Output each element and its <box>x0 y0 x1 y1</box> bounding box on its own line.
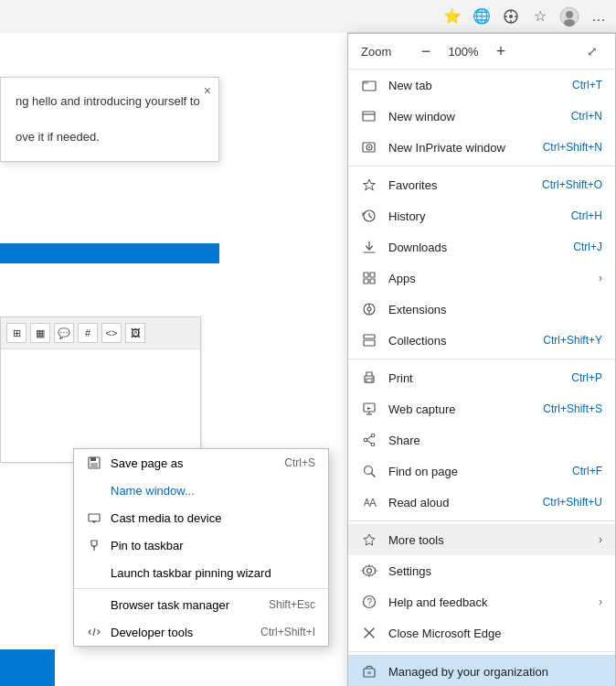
context-pinning-wizard[interactable]: Launch taskbar pinning wizard <box>74 559 328 586</box>
inprivate-icon <box>361 139 377 155</box>
panel-icon-image2[interactable]: 🖼 <box>125 323 145 343</box>
menu-new-window[interactable]: New window Ctrl+N <box>348 101 615 132</box>
favorites-icon[interactable]: ☆ <box>526 3 554 30</box>
panel-icon-grid[interactable]: ▦ <box>30 323 50 343</box>
svg-rect-35 <box>364 335 375 338</box>
menu-downloads[interactable]: Downloads Ctrl+J <box>348 231 615 263</box>
downloads-shortcut: Ctrl+J <box>573 241 602 253</box>
menu-separator-2 <box>348 359 615 359</box>
profile-icon[interactable] <box>556 3 583 30</box>
svg-rect-38 <box>366 379 372 382</box>
menu-favorites[interactable]: Favorites Ctrl+Shift+O <box>348 169 615 200</box>
more-tools-icon <box>361 531 377 548</box>
close-edge-label: Close Microsoft Edge <box>388 627 602 640</box>
svg-rect-10 <box>90 457 96 461</box>
read-aloud-icon: A A <box>361 494 377 510</box>
collections-label: Collections <box>388 334 532 348</box>
menu-find[interactable]: Find on page Ctrl+F <box>348 456 615 487</box>
panel-toolbar: ⊞ ▦ 💬 # <> 🖼 <box>1 317 200 349</box>
svg-point-51 <box>367 569 372 573</box>
share-icon <box>361 432 377 448</box>
menu-share[interactable]: Share <box>348 424 615 456</box>
menu-collections[interactable]: Collections Ctrl+Shift+Y <box>348 325 615 356</box>
svg-rect-36 <box>364 340 375 346</box>
svg-rect-19 <box>363 112 375 121</box>
inprivate-label: New InPrivate window <box>388 141 532 155</box>
favorites-shortcut: Ctrl+Shift+O <box>542 178 602 191</box>
new-window-shortcut: Ctrl+N <box>571 110 602 123</box>
svg-line-46 <box>367 441 372 444</box>
extensions-toolbar-icon[interactable] <box>497 3 525 30</box>
read-aloud-label: Read aloud <box>388 496 532 509</box>
help-arrow-icon: › <box>599 595 602 608</box>
zoom-expand-icon[interactable]: ⤢ <box>582 41 602 61</box>
more-tools-arrow-icon: › <box>599 533 602 546</box>
task-manager-shortcut: Shift+Esc <box>269 598 315 611</box>
menu-help[interactable]: ? Help and feedback › <box>348 586 615 617</box>
panel-icon-code[interactable]: <> <box>101 323 122 343</box>
history-icon <box>361 208 377 224</box>
refresh-icon[interactable]: 🌐 <box>468 3 495 30</box>
context-save-page[interactable]: Save page as Ctrl+S <box>74 449 328 477</box>
menu-new-tab[interactable]: New tab Ctrl+T <box>348 70 615 101</box>
menu-inprivate[interactable]: New InPrivate window Ctrl+Shift+N <box>348 132 615 163</box>
extensions-label: Extensions <box>388 303 602 316</box>
menu-apps[interactable]: Apps › <box>348 263 615 294</box>
panel-icon-chat[interactable]: 💬 <box>54 323 74 343</box>
save-page-label: Save page as <box>111 456 184 470</box>
svg-line-16 <box>93 628 95 636</box>
managed-by-org-row: Managed by your organization <box>348 655 615 686</box>
menu-print[interactable]: Print Ctrl+P <box>348 362 615 393</box>
browser-toolbar: ⭐ 🌐 ☆ … <box>347 0 616 33</box>
history-shortcut: Ctrl+H <box>571 209 602 222</box>
zoom-row: Zoom − 100% + ⤢ <box>348 34 615 70</box>
dialog-text: ng hello and introducing yourself to ove… <box>16 92 204 146</box>
menu-close-edge[interactable]: Close Microsoft Edge <box>348 617 615 648</box>
close-edge-icon <box>361 625 377 641</box>
menu-history[interactable]: History Ctrl+H <box>348 200 615 231</box>
pinning-wizard-label: Launch taskbar pinning wizard <box>111 566 271 580</box>
collections-icon <box>361 332 377 348</box>
zoom-out-button[interactable]: − <box>414 39 438 63</box>
edge-menu: Zoom − 100% + ⤢ New tab Ctrl+T New windo… <box>347 33 616 686</box>
zoom-value: 100% <box>445 45 482 59</box>
name-window-icon <box>87 483 101 498</box>
svg-point-7 <box>566 11 573 18</box>
menu-separator-4 <box>348 651 615 652</box>
dev-tools-icon <box>87 625 101 639</box>
svg-point-1 <box>509 15 513 18</box>
context-pin-taskbar[interactable]: Pin to taskbar <box>74 531 328 559</box>
context-dev-tools[interactable]: Developer tools Ctrl+Shift+I <box>74 618 328 646</box>
menu-more-tools[interactable]: More tools › <box>348 524 615 555</box>
new-tab-icon <box>361 77 377 93</box>
menu-settings[interactable]: Settings <box>348 555 615 586</box>
menu-read-aloud[interactable]: A A Read aloud Ctrl+Shift+U <box>348 487 615 518</box>
downloads-icon <box>361 239 377 255</box>
context-task-manager[interactable]: Browser task manager Shift+Esc <box>74 591 328 618</box>
pin-label: Pin to taskbar <box>111 539 184 552</box>
dialog-close-button[interactable]: × <box>204 83 211 98</box>
menu-web-capture[interactable]: Web capture Ctrl+Shift+S <box>348 393 615 424</box>
zoom-label: Zoom <box>361 45 407 59</box>
context-cast-media[interactable]: Cast media to device <box>74 504 328 531</box>
menu-extensions[interactable]: Extensions <box>348 294 615 325</box>
new-window-label: New window <box>388 110 560 123</box>
pin-icon <box>87 538 101 552</box>
zoom-in-button[interactable]: + <box>489 39 513 63</box>
svg-rect-27 <box>364 273 368 277</box>
panel-icon-hash[interactable]: # <box>78 323 98 343</box>
name-window-label: Name window... <box>111 484 195 498</box>
favorites-bar-icon[interactable]: ⭐ <box>439 3 466 30</box>
read-aloud-shortcut: Ctrl+Shift+U <box>543 496 602 509</box>
web-capture-icon <box>361 401 377 417</box>
svg-line-48 <box>372 474 376 477</box>
print-shortcut: Ctrl+P <box>571 371 602 384</box>
svg-point-42 <box>371 434 375 437</box>
context-name-window[interactable]: Name window... <box>74 477 328 504</box>
cast-icon <box>87 510 101 525</box>
settings-more-icon[interactable]: … <box>585 3 612 30</box>
save-page-icon <box>87 456 101 470</box>
panel-icon-image[interactable]: ⊞ <box>6 323 27 343</box>
web-capture-shortcut: Ctrl+Shift+S <box>543 402 602 415</box>
settings-icon <box>361 563 377 579</box>
